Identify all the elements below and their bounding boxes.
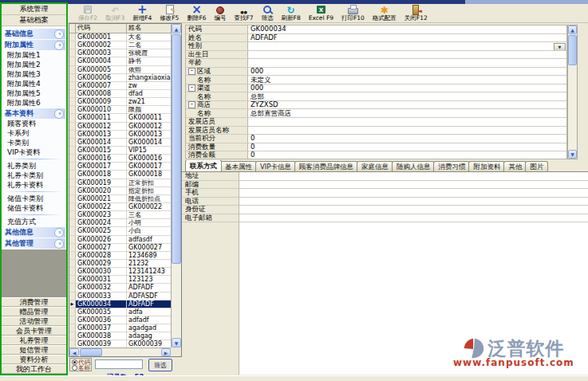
sidebar-item[interactable] [6, 159, 62, 159]
scroll-up-icon[interactable]: ▲ [568, 26, 577, 34]
sidebar-item[interactable]: 附加属性2 [2, 60, 65, 69]
field-value[interactable] [248, 59, 566, 67]
sidebar-item[interactable]: 卡类别 [2, 138, 65, 147]
toolbar-button[interactable]: 修改F5 [156, 4, 183, 23]
toolbar-button[interactable]: 格式配置 [369, 4, 401, 23]
toolbar-button[interactable]: 编号 [210, 4, 230, 23]
tab[interactable]: 其他 [503, 161, 527, 171]
field-value[interactable] [248, 127, 566, 135]
list-row[interactable]: GK000018 GK000018 [69, 171, 171, 179]
scroll-thumb[interactable] [172, 34, 181, 264]
list-row[interactable]: GK000032 ADFADF [69, 284, 171, 292]
list-row[interactable]: GK000029 21232 [69, 260, 171, 268]
sidebar-item[interactable] [6, 191, 62, 192]
sidebar-nav-button[interactable]: 消费管理 [2, 297, 66, 307]
tab[interactable]: 基本属性 [220, 161, 257, 171]
field-value[interactable] [239, 198, 588, 206]
list-row[interactable]: GK000019 正常折扣 [69, 179, 171, 187]
list-row[interactable]: GK000006 zhangxiaoxia102 [69, 74, 171, 82]
sidebar-item[interactable]: 礼券卡资料 [2, 180, 65, 190]
field-value[interactable]: 0 [248, 135, 566, 143]
filter-button[interactable]: 筛选 [148, 359, 172, 371]
list-row[interactable]: GK000015 VIP15 [69, 147, 171, 155]
list-row[interactable]: GK000008 dfad [69, 90, 171, 98]
radio-selected-icon[interactable] [72, 359, 77, 365]
field-value[interactable] [239, 206, 588, 214]
list-vertical-scrollbar[interactable]: ▲ ▼ [171, 24, 181, 348]
list-row[interactable]: GK000026 adfasdf [69, 236, 171, 244]
toolbar-button[interactable]: 筛选 [258, 4, 278, 23]
sidebar-item[interactable]: 卡系列 [2, 128, 65, 138]
sidebar-nav-button[interactable]: 资料分析 [2, 355, 66, 364]
chevron-icon[interactable]: » [54, 29, 64, 39]
sidebar-item[interactable]: 礼券卡类别 [2, 171, 65, 180]
list-row[interactable]: GK000016 GK000016 [69, 155, 171, 163]
sidebar-group-header[interactable]: 其他信息 » [2, 227, 65, 238]
list-row[interactable]: GK000031 123123 [69, 276, 171, 284]
list-row[interactable]: GK000017 GK000017 [69, 163, 171, 171]
list-row[interactable]: GK000028 1234689 [69, 252, 171, 260]
chevron-icon[interactable]: » [54, 228, 64, 238]
field-value[interactable] [239, 214, 588, 223]
scroll-up-icon[interactable]: ▲ [172, 24, 181, 33]
list-row[interactable]: GK000035 adfa [69, 308, 171, 316]
field-value[interactable]: ADFADF [248, 34, 566, 42]
list-row[interactable]: GK000037 agadgad [69, 324, 171, 332]
sidebar-group-header[interactable]: 其他管理 » [2, 238, 65, 249]
sidebar-item[interactable]: 附加属性3 [2, 69, 65, 79]
tab[interactable]: 顾客消费品牌信息 [294, 161, 358, 171]
sidebar-group-header[interactable]: 基础信息 » [2, 29, 65, 39]
chevron-icon[interactable]: « [54, 41, 64, 50]
list-row[interactable]: GK000034 ADFADF [69, 300, 171, 308]
list-row[interactable]: GK000002 二名 [69, 41, 171, 49]
tab[interactable]: 附加资料 [468, 161, 505, 171]
scroll-left-icon[interactable]: ◀ [69, 348, 79, 356]
field-value[interactable]: 000 [248, 84, 566, 92]
sidebar-nav-button[interactable]: 礼券管理 [2, 336, 66, 345]
field-value[interactable]: 总部直营商店 [248, 109, 566, 117]
tree-collapse-icon[interactable] [188, 84, 195, 92]
tab[interactable]: 联系方式 [185, 160, 222, 171]
list-row[interactable]: GK000009 zw21 [69, 98, 171, 106]
list-row[interactable]: GK000004 静书 [69, 57, 171, 65]
sidebar-item[interactable]: 充值方式 [2, 217, 65, 226]
list-row[interactable]: GK000021 降低折扣点 [69, 195, 171, 203]
list-row[interactable]: GK000003 张晓霞 [69, 49, 171, 57]
list-row[interactable]: GK000012 GK000012 [69, 123, 171, 131]
scroll-thumb[interactable] [568, 35, 577, 65]
field-value[interactable]: 000 [248, 68, 566, 76]
list-row[interactable]: GK000027 GK000027 [69, 244, 171, 252]
list-row[interactable]: GK000039 GK000039 [69, 340, 171, 348]
toolbar-button[interactable]: 打印F10 [337, 4, 369, 23]
toolbar-button[interactable]: 查找F7 [230, 4, 257, 23]
column-header-code[interactable]: 代码 [76, 24, 127, 33]
field-value[interactable]: 总部 [248, 92, 566, 100]
chevron-icon[interactable]: « [54, 109, 64, 119]
list-row[interactable]: GK000013 GK000013 [69, 131, 171, 139]
sidebar-item[interactable]: 附加属性4 [2, 79, 65, 88]
sidebar-item[interactable]: 附加属性5 [2, 88, 65, 98]
sidebar-item[interactable]: VIP卡资料 [2, 147, 65, 157]
list-row[interactable]: GK000001 大名 [69, 33, 171, 41]
list-row[interactable]: GK000010 限颜 [69, 106, 171, 114]
tab[interactable]: 随购人信息 [392, 161, 436, 171]
dropdown-arrow-icon[interactable]: ▼ [554, 43, 566, 50]
radio-name[interactable]: 名称 [72, 365, 90, 371]
sidebar-item[interactable]: 礼券类别 [2, 161, 65, 171]
toolbar-button[interactable]: Excel F9 [305, 4, 337, 23]
field-value[interactable] [239, 189, 588, 198]
scroll-thumb-horizontal[interactable] [80, 348, 102, 356]
column-header-name[interactable]: 姓名 [127, 24, 171, 33]
sidebar-item[interactable]: 附加属性6 [2, 98, 65, 108]
sidebar-top-button[interactable]: 系统管理 [2, 4, 66, 15]
chevron-icon[interactable]: » [54, 239, 64, 249]
list-row[interactable]: GK000022 GK000022 [69, 203, 171, 211]
tab[interactable]: 家庭信息 [357, 161, 393, 171]
scroll-down-icon[interactable]: ▼ [568, 150, 577, 159]
field-value[interactable] [248, 51, 566, 59]
field-value[interactable]: 未定义 [248, 76, 566, 84]
sidebar-nav-button[interactable]: 赠品管理 [2, 307, 66, 316]
field-value[interactable] [239, 181, 588, 190]
list-row[interactable]: GK000007 zw [69, 82, 171, 90]
toolbar-button[interactable]: 保存F2 [74, 4, 101, 23]
